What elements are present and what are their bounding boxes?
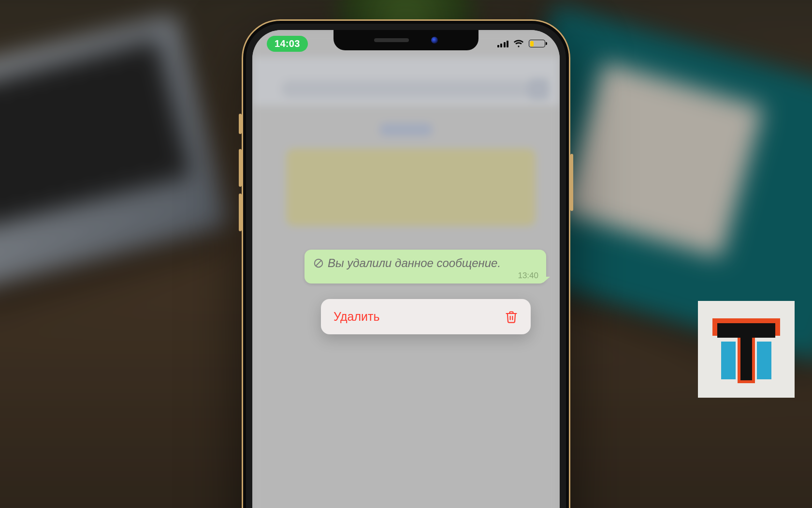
trash-icon [505,310,518,324]
deleted-message-text: Вы удалили данное сообщение. [328,256,501,270]
phone-notch [334,30,478,50]
wifi-icon [513,40,524,47]
battery-icon [529,40,545,47]
message-timestamp: 13:40 [518,271,538,281]
status-time: 14:03 [275,38,300,49]
prohibited-icon [313,258,324,269]
deleted-message-bubble[interactable]: Вы удалили данное сообщение. 13:40 [304,250,546,284]
phone-screen: Вы удалили данное сообщение. 13:40 Удали… [252,30,560,508]
watermark-logo [698,301,795,398]
context-menu: Удалить [321,299,531,334]
svg-line-1 [316,261,321,266]
delete-menu-item[interactable]: Удалить [321,299,531,334]
phone-frame: Вы удалили данное сообщение. 13:40 Удали… [242,19,570,508]
cellular-icon [497,40,509,47]
delete-label: Удалить [334,310,379,324]
status-time-pill[interactable]: 14:03 [267,36,308,52]
